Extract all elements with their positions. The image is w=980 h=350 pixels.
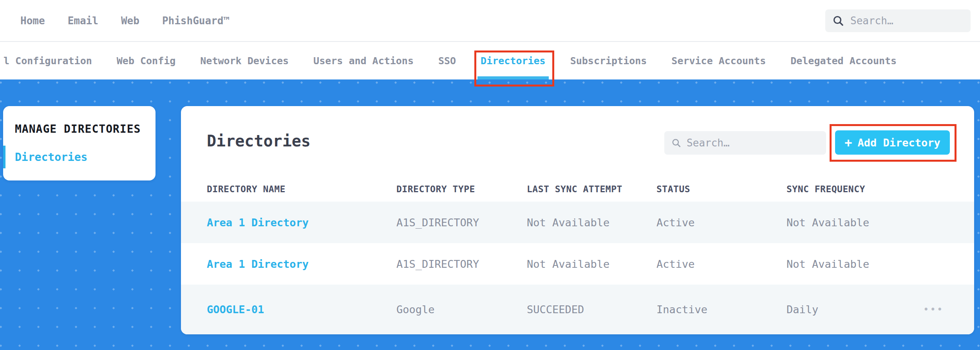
directories-card: Directories + Add Directory DIRECTORY NA… <box>181 106 974 334</box>
row-menu-button[interactable]: ••• <box>923 304 944 315</box>
col-header-status: STATUS <box>656 184 787 194</box>
tab-network-devices[interactable]: Network Devices <box>200 42 289 79</box>
directory-name-link[interactable]: GOOGLE-01 <box>207 303 396 316</box>
manage-directories-panel: MANAGE DIRECTORIES Directories <box>3 106 155 180</box>
sync-frequency-cell: Not Available <box>787 258 923 270</box>
nav-item-phishguard[interactable]: PhishGuard™ <box>162 15 230 27</box>
page-title: Directories <box>207 132 311 150</box>
status-cell: Active <box>656 216 787 229</box>
sidebar-item-label: Directories <box>15 151 87 164</box>
search-icon <box>832 15 844 27</box>
directory-type-cell: Google <box>396 303 527 316</box>
active-item-bar <box>3 146 5 168</box>
directory-name-link[interactable]: Area 1 Directory <box>207 258 396 270</box>
last-sync-cell: Not Available <box>527 216 656 229</box>
status-cell: Inactive <box>656 303 787 316</box>
tab-users-and-actions[interactable]: Users and Actions <box>313 42 414 79</box>
plus-icon: + <box>844 136 852 149</box>
panel-title: MANAGE DIRECTORIES <box>15 123 155 135</box>
tab-email-configuration[interactable]: l Configuration <box>4 42 92 79</box>
tab-directories[interactable]: Directories <box>481 42 546 79</box>
directories-search-input[interactable] <box>687 137 819 149</box>
col-header-sync-frequency: SYNC FREQUENCY <box>787 184 923 194</box>
nav-item-home[interactable]: Home <box>20 15 45 27</box>
settings-tab-bar: l Configuration Web Config Network Devic… <box>0 42 980 79</box>
status-cell: Active <box>656 258 787 270</box>
content-background: MANAGE DIRECTORIES Directories Directori… <box>0 79 980 350</box>
table-row: GOOGLE-01 Google SUCCEEDED Inactive Dail… <box>181 285 974 334</box>
global-search-input[interactable] <box>850 15 964 27</box>
sync-frequency-cell: Daily <box>787 303 923 316</box>
tab-service-accounts[interactable]: Service Accounts <box>671 42 766 79</box>
last-sync-cell: Not Available <box>527 258 656 270</box>
add-directory-button[interactable]: + Add Directory <box>835 130 950 155</box>
col-header-last-sync: LAST SYNC ATTEMPT <box>527 184 656 194</box>
add-directory-wrap: + Add Directory <box>835 130 950 155</box>
tab-delegated-accounts[interactable]: Delegated Accounts <box>790 42 897 79</box>
nav-item-web[interactable]: Web <box>121 15 139 27</box>
search-icon <box>671 137 681 148</box>
nav-item-email[interactable]: Email <box>68 15 98 27</box>
tab-web-config[interactable]: Web Config <box>117 42 176 79</box>
last-sync-cell: SUCCEEDED <box>527 303 656 316</box>
global-search[interactable] <box>825 9 971 32</box>
tab-subscriptions[interactable]: Subscriptions <box>570 42 647 79</box>
table-row: Area 1 Directory A1S_DIRECTORY Not Avail… <box>181 202 974 243</box>
table-header: DIRECTORY NAME DIRECTORY TYPE LAST SYNC … <box>181 177 974 202</box>
top-nav: Home Email Web PhishGuard™ <box>0 0 980 42</box>
active-tab-underline <box>477 76 549 79</box>
directories-search[interactable] <box>664 131 826 155</box>
sidebar-item-directories[interactable]: Directories <box>3 146 155 168</box>
directories-toolbar: Directories + Add Directory <box>181 106 974 177</box>
directory-type-cell: A1S_DIRECTORY <box>396 216 527 229</box>
directory-name-link[interactable]: Area 1 Directory <box>207 216 396 229</box>
tab-directories-label: Directories <box>481 55 546 67</box>
directory-type-cell: A1S_DIRECTORY <box>396 258 527 270</box>
table-row: Area 1 Directory A1S_DIRECTORY Not Avail… <box>181 243 974 285</box>
col-header-directory-name: DIRECTORY NAME <box>207 184 396 194</box>
sync-frequency-cell: Not Available <box>787 216 923 229</box>
tab-sso[interactable]: SSO <box>438 42 456 79</box>
add-directory-label: Add Directory <box>857 137 940 149</box>
col-header-directory-type: DIRECTORY TYPE <box>396 184 527 194</box>
